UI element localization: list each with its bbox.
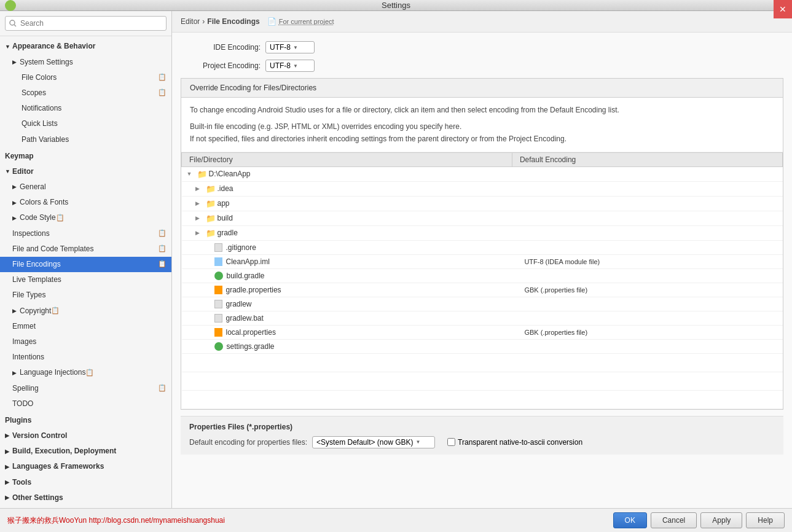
sidebar-item-version-control[interactable]: Version Control [0, 428, 171, 444]
info-text: To change encoding Android Studio uses f… [181, 98, 783, 152]
search-box[interactable] [0, 11, 171, 36]
apply-button[interactable]: Apply [700, 512, 742, 528]
file-table-body: ▼ 📁 D:\CleanApp [182, 166, 783, 409]
expand-arrow [5, 167, 11, 176]
expand-arrow [5, 42, 11, 51]
sidebar-item-other-settings[interactable]: Other Settings [0, 490, 171, 506]
expand-arrow [12, 182, 18, 191]
transparent-conversion-checkbox[interactable] [447, 438, 455, 446]
encoding-value: GBK (.properties file) [512, 325, 782, 339]
window-title: Settings [382, 1, 410, 10]
green-circle-icon [214, 272, 223, 280]
file-name: .idea [218, 184, 233, 193]
table-row[interactable]: gradlew [182, 297, 783, 311]
sidebar-item-file-colors[interactable]: File Colors 📋 [0, 70, 171, 85]
settings-dialog: Appearance & Behavior System Settings Fi… [0, 11, 792, 532]
close-button[interactable]: ✕ [774, 0, 792, 18]
file-name: .gitignore [226, 243, 256, 252]
sidebar-item-quick-lists[interactable]: Quick Lists [0, 116, 171, 131]
table-row[interactable]: ▶ 📁 build [182, 211, 783, 225]
project-icon: 📄 [267, 17, 276, 26]
file-icon [214, 257, 222, 266]
sidebar-item-todo[interactable]: TODO [0, 396, 171, 412]
sidebar-item-file-types[interactable]: File Types [0, 288, 171, 303]
settings-form: IDE Encoding: UTF-8 Project Encoding: UT… [172, 33, 792, 508]
copy-icon: 📋 [158, 228, 167, 239]
table-row-empty [182, 353, 783, 372]
encoding-value [512, 181, 782, 196]
breadcrumb-separator: › [202, 17, 205, 26]
table-row[interactable]: local.properties GBK (.properties file) [182, 325, 783, 339]
expand-icon: ▶ [195, 186, 204, 192]
copy-icon: 📋 [85, 367, 94, 378]
sidebar-item-language-injections[interactable]: Language Injections 📋 [0, 365, 171, 380]
expand-arrow [5, 463, 11, 471]
copy-icon: 📋 [158, 87, 167, 98]
file-name: gradlew [226, 300, 252, 308]
search-input[interactable] [5, 16, 167, 31]
ok-button[interactable]: OK [613, 512, 647, 528]
encoding-value: UTF-8 (IDEA module file) [512, 254, 782, 268]
sidebar-item-tools[interactable]: Tools [0, 475, 171, 490]
app-icon [5, 0, 16, 11]
expand-arrow [12, 198, 18, 207]
breadcrumb-project[interactable]: For current project [279, 18, 334, 25]
footer-text: 猴子搬来的救兵WooYun http://blog.csdn.net/mynam… [7, 515, 225, 526]
sidebar-item-build-execution[interactable]: Build, Execution, Deployment [0, 444, 171, 459]
file-name: build.gradle [227, 272, 265, 280]
sidebar-item-colors-fonts[interactable]: Colors & Fonts [0, 195, 171, 210]
help-button[interactable]: Help [746, 512, 785, 528]
table-row[interactable]: settings.gradle [182, 339, 783, 353]
ide-encoding-dropdown[interactable]: UTF-8 [265, 41, 315, 53]
table-row[interactable]: build.gradle [182, 268, 783, 283]
sidebar-item-live-templates[interactable]: Live Templates [0, 272, 171, 288]
sidebar-item-keymap[interactable]: Keymap [0, 147, 171, 164]
table-row[interactable]: ▶ 📁 gradle [182, 225, 783, 240]
main-content: Editor › File Encodings 📄 For current pr… [172, 11, 792, 508]
folder-icon: 📁 [197, 170, 207, 179]
ide-encoding-label: IDE Encoding: [181, 43, 261, 52]
sidebar-item-languages-frameworks[interactable]: Languages & Frameworks [0, 459, 171, 474]
sidebar-item-images[interactable]: Images [0, 334, 171, 350]
col-file-directory: File/Directory [182, 152, 512, 166]
table-row[interactable]: ▶ 📁 .idea [182, 181, 783, 196]
file-name: gradlew.bat [226, 314, 264, 323]
project-encoding-dropdown[interactable]: UTF-8 [265, 60, 315, 72]
sidebar-item-system-settings[interactable]: System Settings [0, 55, 171, 70]
sidebar-item-scopes[interactable]: Scopes 📋 [0, 85, 171, 101]
sidebar-item-emmet[interactable]: Emmet [0, 319, 171, 334]
sidebar-item-general[interactable]: General [0, 179, 171, 195]
sidebar-item-notifications[interactable]: Notifications [0, 101, 171, 116]
table-row[interactable]: .gitignore [182, 240, 783, 254]
button-group: OK Cancel Apply Help [613, 512, 785, 528]
table-row[interactable]: CleanApp.iml UTF-8 (IDEA module file) [182, 254, 783, 268]
table-row[interactable]: ▶ 📁 app [182, 196, 783, 211]
sidebar-item-intentions[interactable]: Intentions [0, 350, 171, 365]
sidebar-item-appearance-behavior[interactable]: Appearance & Behavior [0, 39, 171, 54]
sidebar-item-file-code-templates[interactable]: File and Code Templates 📋 [0, 241, 171, 257]
sidebar-tree: Appearance & Behavior System Settings Fi… [0, 36, 171, 508]
encoding-value: GBK (.properties file) [512, 283, 782, 297]
cancel-button[interactable]: Cancel [651, 512, 697, 528]
sidebar-item-copyright[interactable]: Copyright 📋 [0, 303, 171, 319]
sidebar-item-inspections[interactable]: Inspections 📋 [0, 226, 171, 241]
folder-icon: 📁 [206, 199, 216, 208]
sidebar-item-path-variables[interactable]: Path Variables [0, 132, 171, 147]
col-default-encoding: Default Encoding [512, 152, 782, 166]
file-icon [214, 328, 222, 337]
table-row[interactable]: gradlew.bat [182, 311, 783, 325]
copy-icon: 📋 [158, 383, 167, 394]
folder-icon: 📁 [206, 214, 216, 223]
sidebar-item-spelling[interactable]: Spelling 📋 [0, 381, 171, 396]
bottom-bar: 猴子搬来的救兵WooYun http://blog.csdn.net/mynam… [0, 508, 792, 532]
properties-encoding-row: Default encoding for properties files: <… [189, 436, 775, 448]
sidebar-item-editor[interactable]: Editor [0, 164, 171, 179]
table-row[interactable]: gradle.properties GBK (.properties file) [182, 283, 783, 297]
table-row[interactable]: ▼ 📁 D:\CleanApp [182, 166, 783, 181]
sidebar-item-file-encodings[interactable]: File Encodings 📋 [0, 257, 171, 272]
sidebar-item-plugins[interactable]: Plugins [0, 412, 171, 428]
table-row-empty [182, 372, 783, 390]
copy-icon: 📋 [56, 213, 65, 224]
properties-encoding-dropdown[interactable]: <System Default> (now GBK) [312, 436, 435, 448]
sidebar-item-code-style[interactable]: Code Style 📋 [0, 210, 171, 225]
